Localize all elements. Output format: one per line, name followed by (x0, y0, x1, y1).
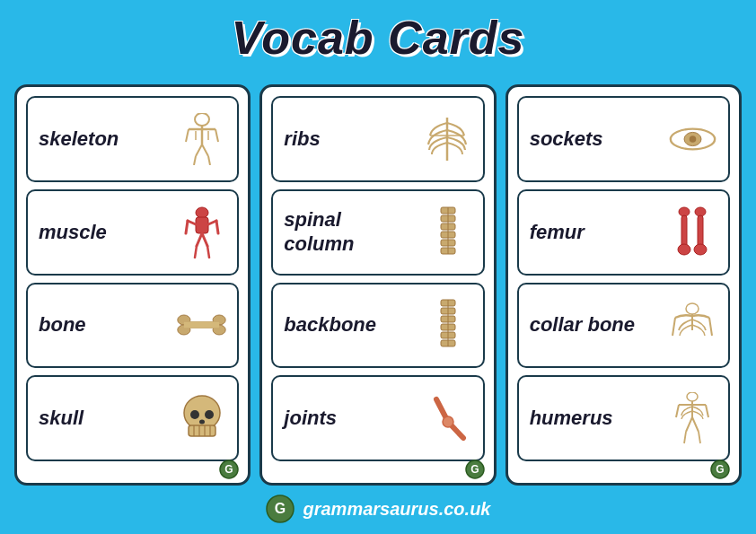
svg-line-80 (699, 432, 700, 443)
svg-point-56 (443, 416, 453, 427)
word-humerus: humerus (530, 407, 613, 430)
vocab-card-humerus: humerus (517, 375, 730, 461)
svg-line-8 (208, 156, 210, 165)
svg-point-67 (694, 244, 707, 255)
vocab-card-skull: skull (26, 375, 239, 461)
svg-line-4 (215, 129, 218, 142)
word-bone: bone (39, 313, 86, 337)
word-skull: skull (39, 407, 84, 430)
svg-line-18 (202, 233, 207, 246)
svg-line-19 (195, 246, 197, 258)
word-joints: joints (284, 407, 337, 430)
svg-line-75 (676, 405, 679, 417)
col1-badge: G (219, 460, 239, 479)
cards-container: skeleton (0, 74, 756, 493)
vocab-card-sockets: sockets (517, 96, 730, 182)
word-skeleton: skeleton (39, 127, 119, 151)
word-ribs: ribs (284, 127, 320, 151)
ribs-icon (423, 114, 472, 163)
vocab-card-bone: bone (26, 283, 239, 369)
footer-url: grammarsaurus.co.uk (303, 499, 491, 520)
svg-point-30 (205, 410, 214, 419)
svg-rect-63 (681, 215, 687, 248)
card-column-2: ribs (259, 84, 496, 486)
svg-line-20 (207, 246, 209, 258)
vocab-card-collar-bone: collar bone (517, 283, 730, 369)
word-collar-bone: collar bone (530, 313, 635, 337)
card-column-1: skeleton (14, 84, 251, 486)
svg-point-72 (687, 392, 698, 401)
spinal-column-icon (423, 207, 472, 257)
col3-badge: G (710, 460, 730, 479)
svg-rect-66 (698, 215, 703, 248)
svg-line-79 (684, 432, 686, 443)
backbone-icon (423, 301, 472, 350)
svg-text:G: G (716, 463, 724, 476)
svg-line-16 (216, 221, 218, 233)
vocab-card-backbone: backbone (271, 283, 484, 369)
vocab-card-ribs: ribs (271, 96, 484, 182)
muscle-icon (177, 207, 226, 257)
svg-line-77 (686, 417, 692, 432)
svg-line-71 (709, 318, 712, 336)
svg-line-70 (672, 318, 675, 336)
svg-point-31 (199, 420, 205, 425)
svg-text:G: G (470, 463, 479, 476)
vocab-card-joints: joints (271, 375, 484, 461)
word-sockets: sockets (530, 127, 603, 151)
skull-icon (177, 394, 226, 443)
footer: G grammarsaurus.co.uk (266, 495, 491, 534)
svg-line-78 (692, 417, 699, 432)
svg-text:G: G (225, 463, 233, 476)
joints-icon (423, 394, 472, 443)
col2-badge: G (465, 460, 485, 479)
word-spinal-column: spinalcolumn (284, 208, 354, 256)
svg-point-29 (190, 410, 199, 419)
svg-line-15 (186, 221, 188, 233)
svg-line-7 (194, 156, 196, 165)
vocab-card-spinal-column: spinalcolumn (271, 189, 484, 276)
collar-bone-icon (668, 301, 717, 350)
vocab-card-femur: femur (517, 189, 730, 276)
page-title: Vocab Cards (232, 11, 525, 65)
svg-rect-28 (189, 425, 215, 436)
vocab-card-muscle: muscle (26, 189, 239, 276)
svg-point-11 (196, 207, 208, 218)
svg-point-61 (690, 136, 697, 143)
footer-logo: G (266, 495, 294, 523)
svg-line-6 (202, 144, 208, 156)
word-backbone: backbone (284, 313, 376, 337)
sockets-icon (668, 114, 717, 163)
svg-line-76 (706, 405, 708, 417)
svg-line-17 (197, 233, 202, 246)
word-femur: femur (530, 221, 585, 244)
svg-point-0 (195, 113, 209, 126)
bone-icon (177, 301, 226, 350)
svg-line-3 (186, 129, 189, 142)
vocab-card-skeleton: skeleton (26, 96, 239, 182)
humerus-icon (668, 394, 717, 443)
svg-text:G: G (274, 501, 285, 516)
svg-point-68 (686, 303, 699, 314)
word-muscle: muscle (39, 221, 107, 244)
svg-rect-26 (184, 322, 219, 328)
svg-line-5 (196, 144, 202, 156)
skeleton-icon (177, 114, 226, 163)
femur-icon (668, 207, 717, 257)
svg-rect-12 (196, 217, 208, 233)
card-column-3: sockets femur (505, 84, 742, 486)
svg-point-64 (678, 244, 690, 255)
